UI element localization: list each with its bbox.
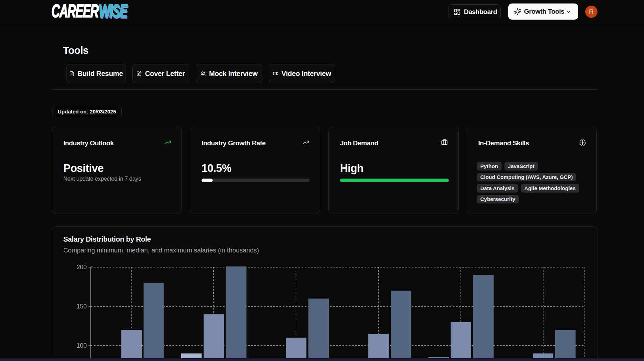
svg-text:150: 150 (77, 303, 87, 310)
svg-text:100: 100 (77, 342, 87, 349)
svg-text:200: 200 (77, 264, 87, 271)
